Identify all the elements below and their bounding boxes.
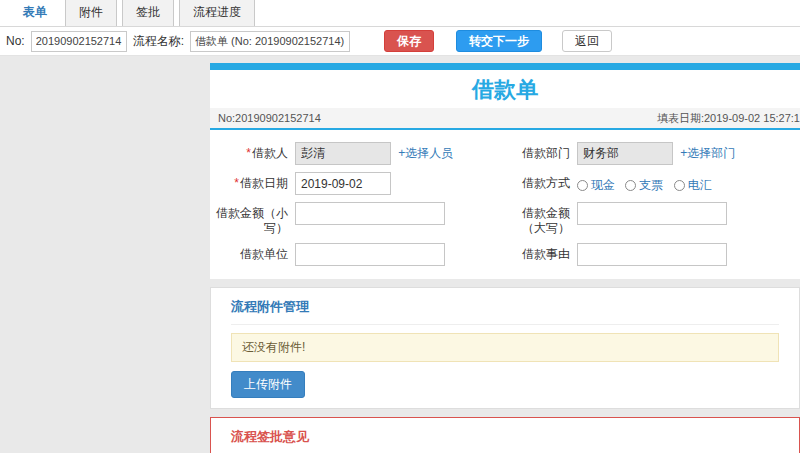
borrower-input[interactable] xyxy=(295,142,391,165)
department-field: +选择部门 xyxy=(570,141,788,165)
tab-approval[interactable]: 签批 xyxy=(122,0,174,26)
approval-panel: 流程签批意见 B I abc A ab ∞ ⚑ ≣ ☰ xyxy=(210,417,800,453)
process-name-label: 流程名称: xyxy=(133,33,184,50)
radio-icon xyxy=(625,180,636,191)
amount-big-field xyxy=(570,201,788,225)
select-person-link[interactable]: +选择人员 xyxy=(398,146,453,160)
reason-label-text: 借款事由 xyxy=(522,247,570,261)
upload-attachment-button[interactable]: 上传附件 xyxy=(231,371,305,398)
required-mark: * xyxy=(234,176,239,190)
department-label: 借款部门 xyxy=(506,141,570,161)
attachments-panel: 流程附件管理 还没有附件! 上传附件 xyxy=(210,287,800,409)
borrower-label-text: 借款人 xyxy=(252,146,288,160)
reason-label: 借款事由 xyxy=(506,242,570,262)
form-no-text: No:20190902152714 xyxy=(218,112,321,124)
content-area: 借款单 No:20190902152714 填表日期:2019-09-02 15… xyxy=(0,56,800,453)
toolbar: No: 流程名称: 保存 转交下一步 返回 xyxy=(0,27,800,56)
method-option-wire[interactable]: 电汇 xyxy=(674,177,712,194)
amount-big-label-text: 借款金额（大写） xyxy=(522,206,570,235)
department-input[interactable] xyxy=(577,142,673,165)
next-step-button[interactable]: 转交下一步 xyxy=(456,30,542,52)
required-mark: * xyxy=(246,146,251,160)
loan-date-label: *借款日期 xyxy=(210,171,288,191)
borrower-label: *借款人 xyxy=(210,141,288,161)
panel-accent-bar xyxy=(210,63,800,70)
unit-label-text: 借款单位 xyxy=(240,247,288,261)
amount-small-label-text: 借款金额（小写） xyxy=(216,206,288,235)
reason-input[interactable] xyxy=(577,243,727,266)
panel-wrap: 借款单 No:20190902152714 填表日期:2019-09-02 15… xyxy=(210,63,800,453)
radio-icon xyxy=(674,180,685,191)
form-title: 借款单 xyxy=(210,70,800,108)
approval-title: 流程签批意见 xyxy=(231,426,779,452)
form-fields: *借款人 +选择人员 借款部门 +选择部门 *借款日期 xyxy=(210,130,800,279)
process-name-input[interactable] xyxy=(190,31,350,52)
form-row-4: 借款单位 借款事由 xyxy=(210,239,800,269)
form-row-1: *借款人 +选择人员 借款部门 +选择部门 xyxy=(210,138,800,168)
back-button[interactable]: 返回 xyxy=(562,30,612,52)
unit-input[interactable] xyxy=(295,243,445,266)
tab-progress[interactable]: 流程进度 xyxy=(179,0,255,26)
unit-label: 借款单位 xyxy=(210,242,288,262)
amount-big-label: 借款金额（大写） xyxy=(506,201,570,236)
radio-icon xyxy=(577,180,588,191)
amount-big-input[interactable] xyxy=(577,202,727,225)
method-option-label: 电汇 xyxy=(688,177,712,194)
method-option-label: 支票 xyxy=(639,177,663,194)
page: 表单 附件 签批 流程进度 No: 流程名称: 保存 转交下一步 返回 借款单 … xyxy=(0,0,800,453)
unit-field xyxy=(288,242,506,266)
no-attachments-notice: 还没有附件! xyxy=(231,333,779,362)
tab-form[interactable]: 表单 xyxy=(10,0,60,26)
tab-attachments[interactable]: 附件 xyxy=(65,0,117,26)
loan-date-field xyxy=(288,171,506,195)
no-input[interactable] xyxy=(31,31,127,52)
method-option-check[interactable]: 支票 xyxy=(625,177,663,194)
reason-field xyxy=(570,242,788,266)
method-label: 借款方式 xyxy=(506,171,570,191)
amount-small-input[interactable] xyxy=(295,202,445,225)
method-option-label: 现金 xyxy=(591,177,615,194)
loan-date-input[interactable] xyxy=(295,172,391,195)
loan-date-label-text: 借款日期 xyxy=(240,176,288,190)
amount-small-field xyxy=(288,201,506,225)
tab-bar: 表单 附件 签批 流程进度 xyxy=(0,0,800,27)
loan-form-panel: 借款单 No:20190902152714 填表日期:2019-09-02 15… xyxy=(210,63,800,279)
borrower-field: +选择人员 xyxy=(288,141,506,165)
form-date-text: 填表日期:2019-09-02 15:27:1 xyxy=(657,111,800,126)
attachments-title: 流程附件管理 xyxy=(231,296,779,325)
form-info-bar: No:20190902152714 填表日期:2019-09-02 15:27:… xyxy=(210,108,800,130)
method-option-cash[interactable]: 现金 xyxy=(577,177,615,194)
form-row-3: 借款金额（小写） 借款金额（大写） xyxy=(210,198,800,239)
department-label-text: 借款部门 xyxy=(522,146,570,160)
no-label: No: xyxy=(6,34,25,48)
form-row-2: *借款日期 借款方式 现金 支票 电汇 xyxy=(210,168,800,198)
method-options: 现金 支票 电汇 xyxy=(570,171,788,194)
select-department-link[interactable]: +选择部门 xyxy=(680,146,735,160)
method-label-text: 借款方式 xyxy=(522,176,570,190)
save-button[interactable]: 保存 xyxy=(384,30,434,52)
amount-small-label: 借款金额（小写） xyxy=(210,201,288,236)
